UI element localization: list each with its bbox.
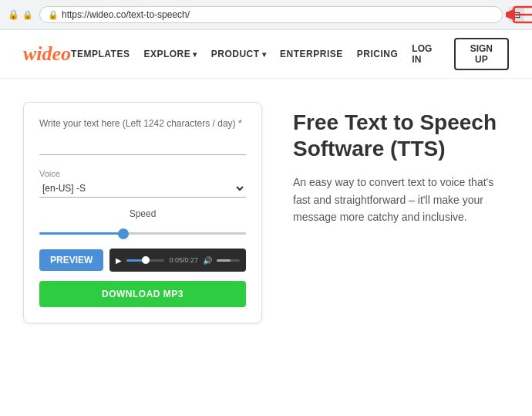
volume-bar[interactable] <box>217 259 240 262</box>
progress-bar[interactable] <box>126 259 164 262</box>
download-mp3-button[interactable]: DOWNLOAD MP3 <box>39 281 246 307</box>
signup-button[interactable]: SIGN UP <box>454 38 509 70</box>
textarea-label: Write your text here (Left 1242 characte… <box>39 118 246 129</box>
main-content: Write your text here (Left 1242 characte… <box>0 79 532 347</box>
chevron-down-icon: ▾ <box>262 50 267 59</box>
volume-icon: 🔊 <box>203 256 212 265</box>
arrow-annotation <box>506 1 532 29</box>
progress-dot <box>142 256 150 264</box>
browser-chrome: 🔒 🔒 🔒 https://wideo.co/text-to-speech/ ⊡ <box>0 0 532 30</box>
address-bar[interactable]: 🔒 https://wideo.co/text-to-speech/ <box>39 6 503 23</box>
tts-title: Free Text to Speech Software (TTS) <box>293 110 509 161</box>
nav-link-explore[interactable]: EXPLORE ▾ <box>143 49 197 59</box>
time-display: 0:05/0:27 <box>169 256 198 264</box>
play-button[interactable]: ▶ <box>116 256 122 265</box>
controls-row: PREVIEW ▶ 0:05/0:27 🔊 <box>39 249 246 272</box>
progress-fill <box>126 259 146 262</box>
nav-link-product[interactable]: PRODUCT ▾ <box>211 49 266 59</box>
nav-link-enterprise[interactable]: ENTERPRISE <box>280 49 343 59</box>
browser-security-icons: 🔒 🔒 <box>8 9 33 20</box>
speed-label: Speed <box>39 208 246 219</box>
nav-links: TEMPLATES EXPLORE ▾ PRODUCT ▾ ENTERPRISE… <box>71 38 509 70</box>
volume-fill <box>217 259 231 262</box>
preview-button[interactable]: PREVIEW <box>39 249 103 271</box>
tts-widget: Write your text here (Left 1242 characte… <box>23 102 262 323</box>
cert-icon: 🔒 <box>22 10 33 20</box>
tts-textarea[interactable] <box>39 132 246 155</box>
voice-select[interactable]: [en-US] -S <box>39 180 246 198</box>
speed-slider-container <box>39 224 246 238</box>
logo[interactable]: wideo <box>23 42 71 66</box>
nav-link-pricing[interactable]: PRICING <box>357 49 399 59</box>
shield-icon: 🔒 <box>8 9 19 20</box>
url-text: https://wideo.co/text-to-speech/ <box>62 9 190 20</box>
login-button[interactable]: LOG IN <box>412 43 439 65</box>
nav-link-templates[interactable]: TEMPLATES <box>71 49 130 59</box>
navbar: wideo TEMPLATES EXPLORE ▾ PRODUCT ▾ ENTE… <box>0 30 532 79</box>
tts-description: An easy way to convert text to voice tha… <box>293 174 509 225</box>
chevron-down-icon: ▾ <box>193 50 197 59</box>
lock-icon: 🔒 <box>48 10 59 20</box>
audio-player: ▶ 0:05/0:27 🔊 <box>109 249 246 272</box>
voice-label: Voice <box>39 169 246 178</box>
tts-info: Free Text to Speech Software (TTS) An ea… <box>293 102 509 323</box>
speed-slider[interactable] <box>39 232 246 235</box>
